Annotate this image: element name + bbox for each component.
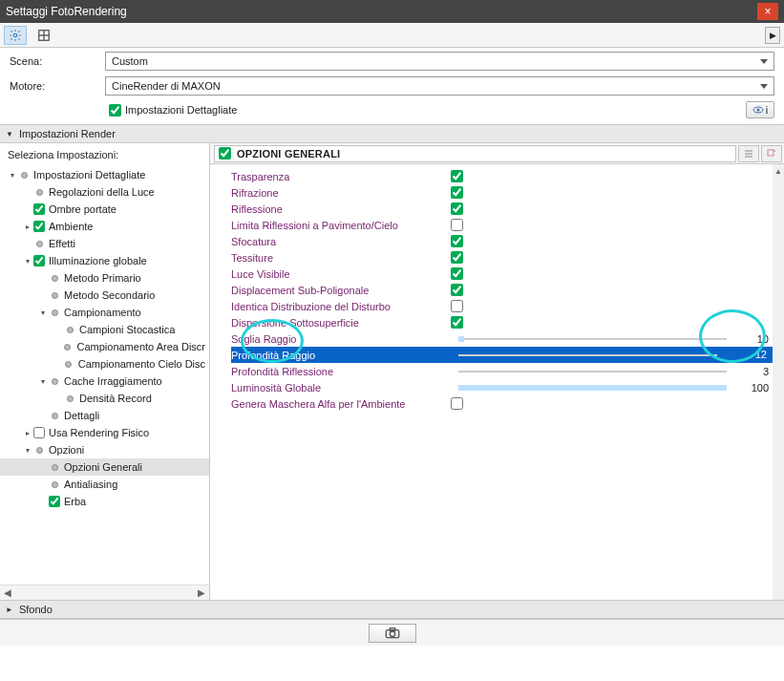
property-row[interactable]: Trasparenza (231, 168, 773, 184)
window-title: Settaggi FotoRendering (6, 5, 757, 18)
property-row[interactable]: Profondità Raggio12 (231, 347, 773, 363)
property-slider[interactable] (458, 369, 727, 374)
property-slider[interactable] (458, 352, 717, 358)
settings-tree[interactable]: ▾Impostazioni DettagliateRegolazioni del… (0, 164, 209, 585)
property-row[interactable]: Rifrazione (231, 184, 773, 201)
property-checkbox[interactable] (451, 316, 463, 329)
tree-item[interactable]: ▾Impostazioni Dettagliate (0, 166, 209, 183)
engine-select[interactable]: CineRender di MAXON (105, 76, 774, 96)
disclosure-triangle[interactable]: ▾ (38, 309, 48, 317)
property-row[interactable]: Riflessione (231, 201, 773, 217)
tree-item[interactable]: Densità Record (0, 390, 209, 407)
detailed-checkbox[interactable] (109, 104, 121, 117)
property-value[interactable]: 100 (734, 382, 773, 394)
tree-hscrollbar[interactable]: ◀ ▶ (0, 585, 209, 600)
tree-item[interactable]: ▾Opzioni (0, 441, 209, 458)
tree-item[interactable]: Opzioni Generali (0, 458, 209, 476)
property-label: Identica Distribuzione del Disturbo (231, 301, 451, 312)
tree-item[interactable]: Antialiasing (0, 476, 209, 493)
property-label: Sfocatura (231, 236, 451, 247)
property-checkbox[interactable] (451, 267, 463, 280)
tree-item[interactable]: ▸Ambiente (0, 218, 209, 235)
tree-item[interactable]: Campionamento Area Discr (0, 338, 209, 355)
property-label: Riflessione (231, 203, 451, 215)
close-button[interactable]: × (757, 3, 778, 20)
tree-checkbox[interactable] (33, 221, 45, 232)
tree-label: Effetti (49, 238, 75, 249)
disclosure-triangle[interactable]: ▾ (23, 446, 32, 455)
property-checkbox[interactable] (451, 397, 463, 410)
tree-item[interactable]: Campioni Stocastica (0, 321, 209, 338)
property-slider[interactable] (458, 336, 727, 342)
property-label: Luminosità Globale (231, 382, 451, 394)
disclosure-triangle[interactable]: ▾ (8, 171, 17, 180)
settings-tree-panel: Seleziona Impostazioni: ▾Impostazioni De… (0, 143, 210, 600)
property-row[interactable]: Genera Maschera Alfa per l'Ambiente (231, 395, 773, 412)
disclosure-triangle[interactable]: ▸ (23, 223, 32, 231)
property-checkbox[interactable] (451, 300, 463, 312)
tree-label: Illuminazione globale (49, 255, 147, 266)
disclosure-triangle[interactable]: ▾ (38, 377, 48, 386)
property-row[interactable]: Profondità Riflessione3 (231, 363, 773, 379)
disclosure-triangle[interactable]: ▸ (23, 429, 32, 437)
list-mode-button[interactable] (738, 145, 759, 162)
property-row[interactable]: Displacement Sub-Poligonale (231, 282, 773, 298)
property-value[interactable]: 12 (725, 347, 773, 363)
property-checkbox[interactable] (451, 251, 463, 264)
property-row[interactable]: Luce Visibile (231, 266, 773, 282)
disclosure-triangle[interactable]: ▾ (23, 257, 32, 266)
property-checkbox[interactable] (451, 170, 463, 182)
tree-checkbox[interactable] (33, 427, 45, 438)
tree-item[interactable]: Regolazioni della Luce (0, 183, 209, 201)
property-label: Trasparenza (231, 171, 451, 182)
property-row[interactable]: Luminosità Globale100 (231, 379, 773, 395)
property-row[interactable]: Soglia Raggio10 (231, 330, 773, 347)
list-icon (743, 148, 754, 160)
property-checkbox[interactable] (451, 186, 463, 199)
property-row[interactable]: Identica Distribuzione del Disturbo (231, 298, 773, 314)
properties-vscrollbar[interactable]: ▲ (773, 164, 784, 600)
render-settings-header[interactable]: ▼ Impostazioni Render (0, 124, 784, 143)
bullet-icon (32, 241, 46, 247)
tree-item[interactable]: Metodo Primario (0, 269, 209, 287)
property-row[interactable]: Dispersione Sottosuperficie (231, 314, 773, 330)
property-value[interactable]: 10 (734, 333, 773, 345)
tree-item[interactable]: ▾Illuminazione globale (0, 252, 209, 269)
property-checkbox[interactable] (451, 235, 463, 247)
edit-icon (766, 148, 777, 160)
tree-item[interactable]: ▸Usa Rendering Fisico (0, 424, 209, 441)
render-button[interactable] (369, 624, 416, 643)
property-row[interactable]: Tessiture (231, 249, 773, 266)
checkbox-icon (32, 203, 46, 215)
property-row[interactable]: Sfocatura (231, 233, 773, 249)
scene-select[interactable]: Custom (105, 52, 774, 71)
toolbar-overflow-button[interactable]: ▶ (765, 27, 780, 44)
tree-item[interactable]: ▾Cache Irraggiamento (0, 372, 209, 390)
tree-checkbox[interactable] (33, 255, 45, 266)
gear-icon (9, 29, 22, 42)
tree-item[interactable]: Ombre portate (0, 201, 209, 218)
gear-tab[interactable] (4, 26, 27, 45)
tree-item[interactable]: Dettagli (0, 407, 209, 424)
tree-item[interactable]: ▾Campionamento (0, 304, 209, 321)
tree-label: Opzioni Generali (64, 461, 142, 473)
tree-checkbox[interactable] (33, 203, 45, 215)
section-enable-checkbox[interactable] (219, 147, 231, 160)
property-checkbox[interactable] (451, 284, 463, 296)
grid-tab[interactable] (32, 26, 55, 45)
tree-item[interactable]: Metodo Secondario (0, 287, 209, 304)
tree-label: Usa Rendering Fisico (49, 427, 149, 438)
tree-checkbox[interactable] (49, 496, 60, 507)
property-value[interactable]: 3 (734, 366, 773, 377)
preview-button[interactable]: i (746, 101, 774, 118)
tree-item[interactable]: Campionamento Cielo Disc (0, 355, 209, 372)
property-checkbox[interactable] (451, 219, 463, 231)
property-row[interactable]: Limita Riflessioni a Pavimento/Cielo (231, 217, 773, 233)
tree-item[interactable]: Effetti (0, 235, 209, 252)
property-slider[interactable] (458, 385, 727, 391)
background-header[interactable]: ▼ Sfondo (0, 600, 784, 619)
property-label: Profondità Riflessione (231, 366, 451, 377)
property-checkbox[interactable] (451, 202, 463, 215)
tree-item[interactable]: Erba (0, 493, 209, 510)
edit-mode-button[interactable] (761, 145, 782, 162)
